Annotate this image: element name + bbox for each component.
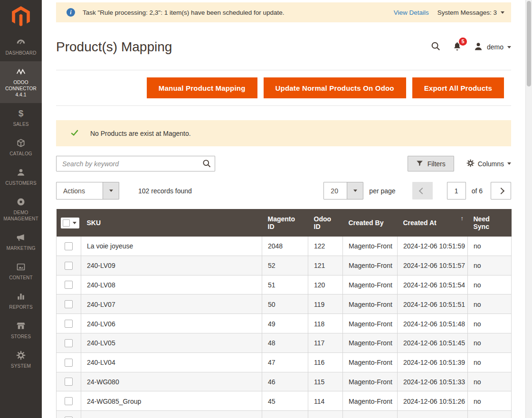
cell-odoo-id: 115 [308, 372, 343, 391]
odoo-connector-icon [16, 67, 26, 76]
row-checkbox[interactable] [65, 320, 73, 328]
magento-logo-icon[interactable] [0, 0, 42, 32]
column-header-magento-id[interactable]: Magento ID [262, 209, 308, 237]
status-message: No Products are exist at Magento. [56, 120, 511, 146]
marketing-icon [16, 233, 26, 242]
page-header: Product(s) Mapping 5 [56, 37, 511, 57]
sidebar-item-reports[interactable]: REPORTS [0, 286, 42, 315]
sidebar-item-label: CUSTOMERS [5, 180, 37, 186]
cell-sku: 240-LV09 [81, 256, 262, 275]
cell-need-sync: no [468, 391, 512, 411]
sidebar-item-demo-management[interactable]: DEMO MANAGEMENT [0, 191, 42, 227]
sidebar-item-sales[interactable]: $ SALES [0, 103, 42, 133]
cell-odoo-id: 120 [308, 275, 343, 294]
cell-magento-id: 50 [262, 294, 308, 314]
cell-created-at: 2024-12-06 10:51:51 [398, 294, 468, 314]
sidebar-item-catalog[interactable]: CATALOG [0, 133, 42, 162]
search-input[interactable] [56, 156, 215, 171]
column-header-sku[interactable]: SKU [81, 209, 262, 237]
cell-need-sync: no [468, 352, 512, 372]
page-size-select[interactable]: 20 [323, 182, 363, 200]
search-icon[interactable] [430, 41, 441, 53]
cell-magento-id: 51 [262, 275, 308, 294]
table-row[interactable]: 24-WG085_Group 45 114 Magento-Front 2024… [57, 391, 512, 411]
cell-sku: 24-WG085_Group [81, 391, 262, 411]
system-messages-toggle[interactable]: System Messages: 3 [437, 9, 504, 16]
current-page-input[interactable] [447, 182, 466, 200]
sidebar-item-label: SYSTEM [11, 363, 31, 369]
table-row[interactable]: La voie joyeuse 2048 122 Magento-Front 2… [57, 237, 512, 256]
dashboard-icon [16, 38, 26, 47]
chevron-left-icon [419, 187, 426, 194]
notifications-count-badge: 5 [459, 38, 467, 46]
actions-select[interactable]: Actions [56, 182, 119, 200]
column-header-odoo-id[interactable]: Odoo ID [308, 209, 343, 237]
sidebar-item-stores[interactable]: STORES [0, 315, 42, 345]
table-row[interactable]: 24-WG080 46 115 Magento-Front 2024-12-06… [57, 372, 512, 391]
sidebar-item-system[interactable]: SYSTEM [0, 345, 42, 374]
system-message-text: Task "Rule processing: 2,3": 1 item(s) h… [83, 9, 285, 16]
cell-created-by: Magento-Front [343, 256, 398, 275]
user-menu[interactable]: demo [474, 42, 511, 53]
column-header-need-sync[interactable]: Need Sync [468, 209, 512, 237]
vertical-scrollbar[interactable] [525, 0, 532, 418]
row-checkbox[interactable] [65, 262, 73, 270]
sidebar-item-content[interactable]: CONTENT [0, 256, 42, 286]
table-row[interactable]: 240-LV08 51 120 Magento-Front 2024-12-06… [57, 275, 512, 294]
update-normal-products-button[interactable]: Update Normal Products On Odoo [264, 77, 406, 98]
select-all-control[interactable] [61, 218, 79, 228]
view-details-link[interactable]: View Details [394, 9, 429, 16]
cell-odoo-id: 114 [308, 391, 343, 411]
row-checkbox[interactable] [65, 242, 73, 250]
previous-page-button[interactable] [412, 182, 433, 200]
cell-need-sync: no [468, 314, 512, 333]
column-header-created-by[interactable]: Created By [343, 209, 398, 237]
scrollbar-thumb[interactable] [527, 1, 531, 86]
cell-created-by: Magento-Front [343, 275, 398, 294]
cell-created-by: Magento-Front [343, 294, 398, 314]
row-checkbox[interactable] [65, 300, 73, 308]
cell-created-by: Magento-Front [343, 352, 398, 372]
magento-admin-app: DASHBOARD ODOO CONNECTOR 4.4.1 $ SALES C… [0, 0, 532, 418]
table-row[interactable]: 240-LV07 50 119 Magento-Front 2024-12-06… [57, 294, 512, 314]
table-row[interactable]: 240-LV06 49 118 Magento-Front 2024-12-06… [57, 314, 512, 333]
row-checkbox[interactable] [65, 339, 73, 347]
products-grid: SKU Magento ID Odoo ID Created By Create… [56, 209, 511, 418]
sidebar-item-customers[interactable]: CUSTOMERS [0, 162, 42, 191]
column-header-created-at[interactable]: Created At ↑ [398, 209, 468, 237]
search-submit-icon[interactable] [202, 159, 211, 170]
cell-magento-id: 52 [262, 256, 308, 275]
manual-product-mapping-button[interactable]: Manual Product Mapping [147, 77, 257, 98]
cell-magento-id: 2048 [262, 237, 308, 256]
info-icon: i [66, 8, 75, 17]
sidebar-item-odoo-connector[interactable]: ODOO CONNECTOR 4.4.1 [0, 61, 42, 103]
select-all-checkbox[interactable] [63, 219, 70, 227]
sidebar-item-dashboard[interactable]: DASHBOARD [0, 32, 42, 61]
columns-control[interactable]: Columns [466, 159, 511, 169]
sales-icon: $ [19, 109, 24, 118]
export-all-products-button[interactable]: Export All Products [412, 77, 504, 98]
records-found-text: 102 records found [138, 187, 192, 195]
cell-sku: 240-LV04 [81, 352, 262, 372]
cell-created-at: 2024-12-06 10:51:45 [398, 333, 468, 352]
row-checkbox[interactable] [65, 378, 73, 386]
table-row[interactable]: 240-LV09 52 121 Magento-Front 2024-12-06… [57, 256, 512, 275]
row-checkbox[interactable] [65, 397, 73, 405]
main-content: i Task "Rule processing: 2,3": 1 item(s)… [42, 0, 525, 418]
actions-select-value: Actions [57, 182, 92, 199]
table-row[interactable]: 24-WG02 44 113 Magento-Front 2024-12-06 … [57, 411, 512, 418]
filters-button[interactable]: Filters [408, 156, 454, 171]
table-row[interactable]: 240-LV05 48 117 Magento-Front 2024-12-06… [57, 333, 512, 352]
row-checkbox[interactable] [65, 359, 73, 367]
next-page-button[interactable] [491, 182, 511, 200]
sidebar-item-marketing[interactable]: MARKETING [0, 227, 42, 256]
grid-controls-row: Actions 102 records found 20 per page of… [56, 182, 511, 200]
notifications-bell-icon[interactable]: 5 [452, 41, 462, 53]
cell-created-at: 2024-12-06 10:51:21 [398, 411, 468, 418]
filters-label: Filters [428, 160, 446, 168]
cell-created-at: 2024-12-06 10:51:33 [398, 372, 468, 391]
user-name: demo [487, 43, 504, 51]
reports-icon [16, 292, 26, 301]
table-row[interactable]: 240-LV04 47 116 Magento-Front 2024-12-06… [57, 352, 512, 372]
row-checkbox[interactable] [65, 281, 73, 289]
